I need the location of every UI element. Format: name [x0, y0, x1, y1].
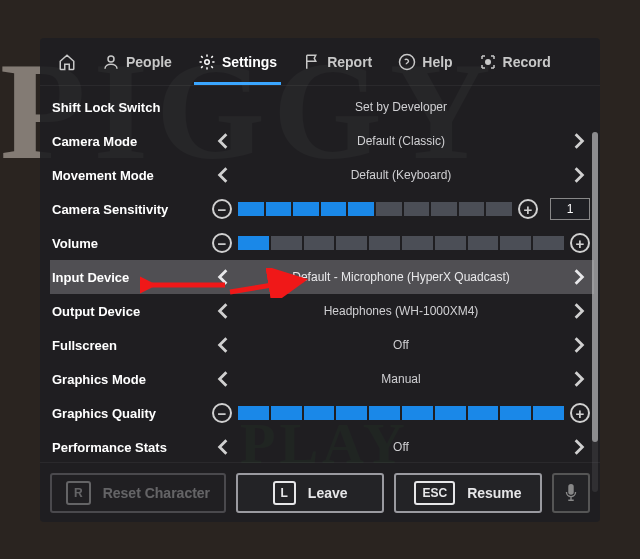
svg-point-1: [205, 59, 210, 64]
resume-button[interactable]: ESC Resume: [394, 473, 542, 513]
tab-record[interactable]: Record: [469, 39, 561, 85]
settings-list: Shift Lock Switch Set by Developer Camer…: [40, 86, 600, 462]
movement-mode-prev[interactable]: [212, 164, 234, 186]
camera-mode-value: Default (Classic): [240, 134, 562, 148]
shift-lock-value: Set by Developer: [212, 100, 590, 114]
output-device-next[interactable]: [568, 300, 590, 322]
movement-mode-value: Default (Keyboard): [240, 168, 562, 182]
camera-mode-prev[interactable]: [212, 130, 234, 152]
home-icon: [58, 53, 76, 71]
fullscreen-next[interactable]: [568, 334, 590, 356]
volume-minus[interactable]: −: [212, 233, 232, 253]
movement-mode-next[interactable]: [568, 164, 590, 186]
tab-report[interactable]: Report: [293, 39, 382, 85]
row-graphics-quality: Graphics Quality − +: [50, 396, 594, 430]
settings-panel: People Settings Report Help Record: [40, 38, 600, 522]
input-device-prev[interactable]: [212, 266, 234, 288]
row-graphics-mode: Graphics Mode Manual: [50, 362, 594, 396]
row-shift-lock: Shift Lock Switch Set by Developer: [50, 90, 594, 124]
row-volume: Volume − +: [50, 226, 594, 260]
tab-settings-label: Settings: [222, 54, 277, 70]
leave-key: L: [273, 481, 296, 505]
row-output-device: Output Device Headphones (WH-1000XM4): [50, 294, 594, 328]
graphics-mode-next[interactable]: [568, 368, 590, 390]
camera-mode-label: Camera Mode: [52, 134, 212, 149]
shift-lock-label: Shift Lock Switch: [52, 100, 212, 115]
tab-people[interactable]: People: [92, 39, 182, 85]
fullscreen-label: Fullscreen: [52, 338, 212, 353]
movement-mode-label: Movement Mode: [52, 168, 212, 183]
input-device-value: Default - Microphone (HyperX Quadcast): [240, 270, 562, 284]
scrollbar-thumb[interactable]: [592, 132, 598, 442]
flag-icon: [303, 53, 321, 71]
microphone-button[interactable]: [552, 473, 590, 513]
fullscreen-prev[interactable]: [212, 334, 234, 356]
tab-people-label: People: [126, 54, 172, 70]
performance-stats-next[interactable]: [568, 436, 590, 458]
graphics-quality-plus[interactable]: +: [570, 403, 590, 423]
output-device-label: Output Device: [52, 304, 212, 319]
output-device-value: Headphones (WH-1000XM4): [240, 304, 562, 318]
graphics-quality-bar[interactable]: [238, 404, 564, 422]
tab-report-label: Report: [327, 54, 372, 70]
performance-stats-value: Off: [240, 440, 562, 454]
camera-sensitivity-label: Camera Sensitivity: [52, 202, 212, 217]
resume-label: Resume: [467, 485, 521, 501]
performance-stats-label: Performance Stats: [52, 440, 212, 455]
input-device-next[interactable]: [568, 266, 590, 288]
graphics-mode-label: Graphics Mode: [52, 372, 212, 387]
record-icon: [479, 53, 497, 71]
input-device-label: Input Device: [52, 270, 212, 285]
camera-sensitivity-num[interactable]: 1: [550, 198, 590, 220]
volume-plus[interactable]: +: [570, 233, 590, 253]
row-camera-mode: Camera Mode Default (Classic): [50, 124, 594, 158]
graphics-quality-label: Graphics Quality: [52, 406, 212, 421]
row-performance-stats: Performance Stats Off: [50, 430, 594, 462]
svg-point-3: [485, 59, 490, 64]
footer-bar: R Reset Character L Leave ESC Resume: [40, 462, 600, 522]
reset-label: Reset Character: [103, 485, 210, 501]
camera-sensitivity-bar[interactable]: [238, 200, 512, 218]
gear-icon: [198, 53, 216, 71]
tab-record-label: Record: [503, 54, 551, 70]
row-input-device: Input Device Default - Microphone (Hyper…: [50, 260, 594, 294]
row-camera-sensitivity: Camera Sensitivity − + 1: [50, 192, 594, 226]
svg-rect-4: [568, 483, 573, 494]
tab-help[interactable]: Help: [388, 39, 462, 85]
row-fullscreen: Fullscreen Off: [50, 328, 594, 362]
volume-bar[interactable]: [238, 234, 564, 252]
tab-bar: People Settings Report Help Record: [40, 38, 600, 86]
output-device-prev[interactable]: [212, 300, 234, 322]
row-movement-mode: Movement Mode Default (Keyboard): [50, 158, 594, 192]
camera-sensitivity-minus[interactable]: −: [212, 199, 232, 219]
volume-label: Volume: [52, 236, 212, 251]
tab-home[interactable]: [48, 39, 86, 85]
reset-character-button: R Reset Character: [50, 473, 226, 513]
tab-help-label: Help: [422, 54, 452, 70]
microphone-icon: [563, 483, 579, 503]
reset-key: R: [66, 481, 91, 505]
graphics-mode-prev[interactable]: [212, 368, 234, 390]
leave-label: Leave: [308, 485, 348, 501]
camera-sensitivity-plus[interactable]: +: [518, 199, 538, 219]
graphics-quality-minus[interactable]: −: [212, 403, 232, 423]
help-icon: [398, 53, 416, 71]
performance-stats-prev[interactable]: [212, 436, 234, 458]
svg-point-0: [108, 56, 114, 62]
fullscreen-value: Off: [240, 338, 562, 352]
scrollbar[interactable]: [592, 132, 598, 492]
resume-key: ESC: [414, 481, 455, 505]
leave-button[interactable]: L Leave: [236, 473, 384, 513]
graphics-mode-value: Manual: [240, 372, 562, 386]
tab-settings[interactable]: Settings: [188, 39, 287, 85]
camera-mode-next[interactable]: [568, 130, 590, 152]
people-icon: [102, 53, 120, 71]
